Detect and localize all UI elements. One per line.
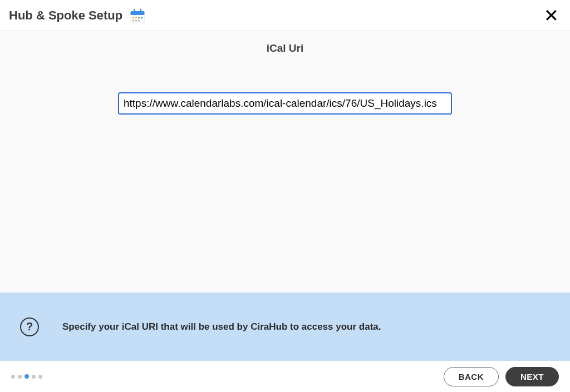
help-icon: ? [20,317,39,336]
progress-dots [11,374,42,379]
help-bar: ? Specify your iCal URI that will be use… [0,292,570,361]
svg-point-9 [135,19,137,21]
svg-point-5 [135,17,137,18]
svg-rect-2 [134,9,135,13]
dialog-content: iCal Uri [0,31,570,292]
svg-point-10 [138,19,140,21]
dialog-title: Hub & Spoke Setup [9,8,122,23]
svg-point-6 [138,17,140,18]
dialog-header: Hub & Spoke Setup ✕ [0,0,570,31]
dialog-footer: BACK NEXT [0,361,570,392]
progress-dot [11,375,15,379]
progress-dot [18,375,22,379]
progress-dot [32,375,36,379]
back-button[interactable]: BACK [444,367,499,386]
next-button[interactable]: NEXT [505,367,559,386]
svg-point-7 [141,17,142,18]
section-title: iCal Uri [267,42,304,54]
svg-rect-1 [131,11,145,15]
calendar-icon [129,7,146,24]
ical-uri-field-wrap [118,92,452,115]
close-icon[interactable]: ✕ [539,4,563,27]
footer-actions: BACK NEXT [444,367,559,386]
ical-uri-input[interactable] [118,92,452,115]
progress-dot [38,375,42,379]
help-text: Specify your iCal URI that will be used … [62,321,381,333]
dialog-title-wrap: Hub & Spoke Setup [9,7,146,24]
svg-rect-3 [140,9,141,13]
svg-point-8 [132,19,134,21]
progress-dot-active [24,374,29,379]
svg-point-4 [132,17,134,18]
